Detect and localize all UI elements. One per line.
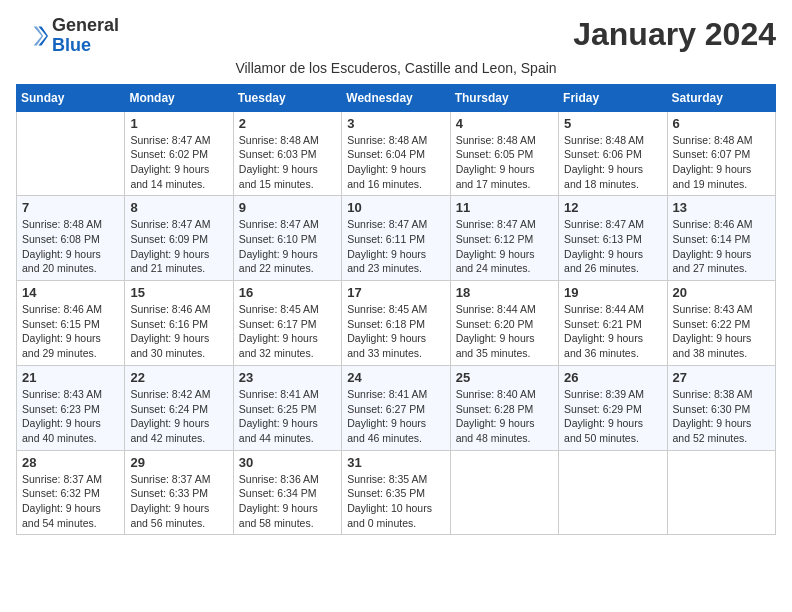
day-number: 14 bbox=[22, 285, 119, 300]
day-info: Sunrise: 8:37 AM Sunset: 6:32 PM Dayligh… bbox=[22, 472, 119, 531]
calendar-cell: 27Sunrise: 8:38 AM Sunset: 6:30 PM Dayli… bbox=[667, 365, 775, 450]
day-info: Sunrise: 8:46 AM Sunset: 6:14 PM Dayligh… bbox=[673, 217, 770, 276]
day-info: Sunrise: 8:44 AM Sunset: 6:21 PM Dayligh… bbox=[564, 302, 661, 361]
day-info: Sunrise: 8:36 AM Sunset: 6:34 PM Dayligh… bbox=[239, 472, 336, 531]
calendar-cell: 3Sunrise: 8:48 AM Sunset: 6:04 PM Daylig… bbox=[342, 111, 450, 196]
week-row-2: 7Sunrise: 8:48 AM Sunset: 6:08 PM Daylig… bbox=[17, 196, 776, 281]
calendar-cell: 12Sunrise: 8:47 AM Sunset: 6:13 PM Dayli… bbox=[559, 196, 667, 281]
day-info: Sunrise: 8:48 AM Sunset: 6:07 PM Dayligh… bbox=[673, 133, 770, 192]
calendar-cell: 16Sunrise: 8:45 AM Sunset: 6:17 PM Dayli… bbox=[233, 281, 341, 366]
day-number: 20 bbox=[673, 285, 770, 300]
week-row-3: 14Sunrise: 8:46 AM Sunset: 6:15 PM Dayli… bbox=[17, 281, 776, 366]
calendar-cell: 14Sunrise: 8:46 AM Sunset: 6:15 PM Dayli… bbox=[17, 281, 125, 366]
col-header-saturday: Saturday bbox=[667, 84, 775, 111]
day-number: 26 bbox=[564, 370, 661, 385]
day-info: Sunrise: 8:39 AM Sunset: 6:29 PM Dayligh… bbox=[564, 387, 661, 446]
day-number: 2 bbox=[239, 116, 336, 131]
day-info: Sunrise: 8:47 AM Sunset: 6:11 PM Dayligh… bbox=[347, 217, 444, 276]
calendar-cell: 15Sunrise: 8:46 AM Sunset: 6:16 PM Dayli… bbox=[125, 281, 233, 366]
day-number: 27 bbox=[673, 370, 770, 385]
col-header-thursday: Thursday bbox=[450, 84, 558, 111]
logo: General Blue bbox=[16, 16, 119, 56]
calendar-cell: 29Sunrise: 8:37 AM Sunset: 6:33 PM Dayli… bbox=[125, 450, 233, 535]
calendar-cell: 5Sunrise: 8:48 AM Sunset: 6:06 PM Daylig… bbox=[559, 111, 667, 196]
day-info: Sunrise: 8:46 AM Sunset: 6:16 PM Dayligh… bbox=[130, 302, 227, 361]
col-header-monday: Monday bbox=[125, 84, 233, 111]
header-row: SundayMondayTuesdayWednesdayThursdayFrid… bbox=[17, 84, 776, 111]
day-info: Sunrise: 8:48 AM Sunset: 6:05 PM Dayligh… bbox=[456, 133, 553, 192]
day-info: Sunrise: 8:41 AM Sunset: 6:25 PM Dayligh… bbox=[239, 387, 336, 446]
day-number: 30 bbox=[239, 455, 336, 470]
calendar-cell bbox=[450, 450, 558, 535]
col-header-friday: Friday bbox=[559, 84, 667, 111]
day-info: Sunrise: 8:47 AM Sunset: 6:12 PM Dayligh… bbox=[456, 217, 553, 276]
day-number: 22 bbox=[130, 370, 227, 385]
calendar-cell: 17Sunrise: 8:45 AM Sunset: 6:18 PM Dayli… bbox=[342, 281, 450, 366]
calendar-cell bbox=[17, 111, 125, 196]
day-info: Sunrise: 8:47 AM Sunset: 6:13 PM Dayligh… bbox=[564, 217, 661, 276]
day-info: Sunrise: 8:47 AM Sunset: 6:02 PM Dayligh… bbox=[130, 133, 227, 192]
title-block: January 2024 bbox=[573, 16, 776, 53]
logo-general-text: General bbox=[52, 15, 119, 35]
calendar-cell bbox=[559, 450, 667, 535]
day-info: Sunrise: 8:37 AM Sunset: 6:33 PM Dayligh… bbox=[130, 472, 227, 531]
day-info: Sunrise: 8:41 AM Sunset: 6:27 PM Dayligh… bbox=[347, 387, 444, 446]
calendar-cell: 7Sunrise: 8:48 AM Sunset: 6:08 PM Daylig… bbox=[17, 196, 125, 281]
day-info: Sunrise: 8:45 AM Sunset: 6:18 PM Dayligh… bbox=[347, 302, 444, 361]
month-title: January 2024 bbox=[573, 16, 776, 53]
calendar-cell: 28Sunrise: 8:37 AM Sunset: 6:32 PM Dayli… bbox=[17, 450, 125, 535]
calendar-cell: 20Sunrise: 8:43 AM Sunset: 6:22 PM Dayli… bbox=[667, 281, 775, 366]
location-title: Villamor de los Escuderos, Castille and … bbox=[16, 60, 776, 76]
week-row-5: 28Sunrise: 8:37 AM Sunset: 6:32 PM Dayli… bbox=[17, 450, 776, 535]
calendar-cell: 31Sunrise: 8:35 AM Sunset: 6:35 PM Dayli… bbox=[342, 450, 450, 535]
col-header-wednesday: Wednesday bbox=[342, 84, 450, 111]
week-row-1: 1Sunrise: 8:47 AM Sunset: 6:02 PM Daylig… bbox=[17, 111, 776, 196]
page-header: General Blue January 2024 bbox=[16, 16, 776, 56]
day-number: 16 bbox=[239, 285, 336, 300]
calendar-cell: 30Sunrise: 8:36 AM Sunset: 6:34 PM Dayli… bbox=[233, 450, 341, 535]
day-number: 12 bbox=[564, 200, 661, 215]
day-number: 1 bbox=[130, 116, 227, 131]
day-number: 25 bbox=[456, 370, 553, 385]
calendar-cell: 18Sunrise: 8:44 AM Sunset: 6:20 PM Dayli… bbox=[450, 281, 558, 366]
calendar-cell: 13Sunrise: 8:46 AM Sunset: 6:14 PM Dayli… bbox=[667, 196, 775, 281]
col-header-sunday: Sunday bbox=[17, 84, 125, 111]
day-number: 19 bbox=[564, 285, 661, 300]
day-info: Sunrise: 8:47 AM Sunset: 6:10 PM Dayligh… bbox=[239, 217, 336, 276]
logo-blue-text: Blue bbox=[52, 35, 91, 55]
day-info: Sunrise: 8:48 AM Sunset: 6:03 PM Dayligh… bbox=[239, 133, 336, 192]
day-info: Sunrise: 8:46 AM Sunset: 6:15 PM Dayligh… bbox=[22, 302, 119, 361]
day-info: Sunrise: 8:48 AM Sunset: 6:04 PM Dayligh… bbox=[347, 133, 444, 192]
day-number: 10 bbox=[347, 200, 444, 215]
day-info: Sunrise: 8:35 AM Sunset: 6:35 PM Dayligh… bbox=[347, 472, 444, 531]
day-info: Sunrise: 8:40 AM Sunset: 6:28 PM Dayligh… bbox=[456, 387, 553, 446]
calendar-cell: 9Sunrise: 8:47 AM Sunset: 6:10 PM Daylig… bbox=[233, 196, 341, 281]
calendar-cell: 1Sunrise: 8:47 AM Sunset: 6:02 PM Daylig… bbox=[125, 111, 233, 196]
calendar-cell: 11Sunrise: 8:47 AM Sunset: 6:12 PM Dayli… bbox=[450, 196, 558, 281]
calendar-cell: 26Sunrise: 8:39 AM Sunset: 6:29 PM Dayli… bbox=[559, 365, 667, 450]
day-number: 13 bbox=[673, 200, 770, 215]
day-number: 5 bbox=[564, 116, 661, 131]
day-number: 29 bbox=[130, 455, 227, 470]
calendar-cell: 21Sunrise: 8:43 AM Sunset: 6:23 PM Dayli… bbox=[17, 365, 125, 450]
calendar-cell: 2Sunrise: 8:48 AM Sunset: 6:03 PM Daylig… bbox=[233, 111, 341, 196]
day-info: Sunrise: 8:38 AM Sunset: 6:30 PM Dayligh… bbox=[673, 387, 770, 446]
day-number: 31 bbox=[347, 455, 444, 470]
calendar-cell: 25Sunrise: 8:40 AM Sunset: 6:28 PM Dayli… bbox=[450, 365, 558, 450]
day-info: Sunrise: 8:43 AM Sunset: 6:23 PM Dayligh… bbox=[22, 387, 119, 446]
day-number: 11 bbox=[456, 200, 553, 215]
calendar-cell: 4Sunrise: 8:48 AM Sunset: 6:05 PM Daylig… bbox=[450, 111, 558, 196]
calendar-cell: 8Sunrise: 8:47 AM Sunset: 6:09 PM Daylig… bbox=[125, 196, 233, 281]
day-number: 3 bbox=[347, 116, 444, 131]
week-row-4: 21Sunrise: 8:43 AM Sunset: 6:23 PM Dayli… bbox=[17, 365, 776, 450]
day-number: 21 bbox=[22, 370, 119, 385]
day-number: 9 bbox=[239, 200, 336, 215]
day-info: Sunrise: 8:45 AM Sunset: 6:17 PM Dayligh… bbox=[239, 302, 336, 361]
logo-icon bbox=[16, 20, 48, 52]
calendar-cell: 19Sunrise: 8:44 AM Sunset: 6:21 PM Dayli… bbox=[559, 281, 667, 366]
day-number: 24 bbox=[347, 370, 444, 385]
day-number: 6 bbox=[673, 116, 770, 131]
col-header-tuesday: Tuesday bbox=[233, 84, 341, 111]
day-info: Sunrise: 8:48 AM Sunset: 6:08 PM Dayligh… bbox=[22, 217, 119, 276]
calendar-cell bbox=[667, 450, 775, 535]
